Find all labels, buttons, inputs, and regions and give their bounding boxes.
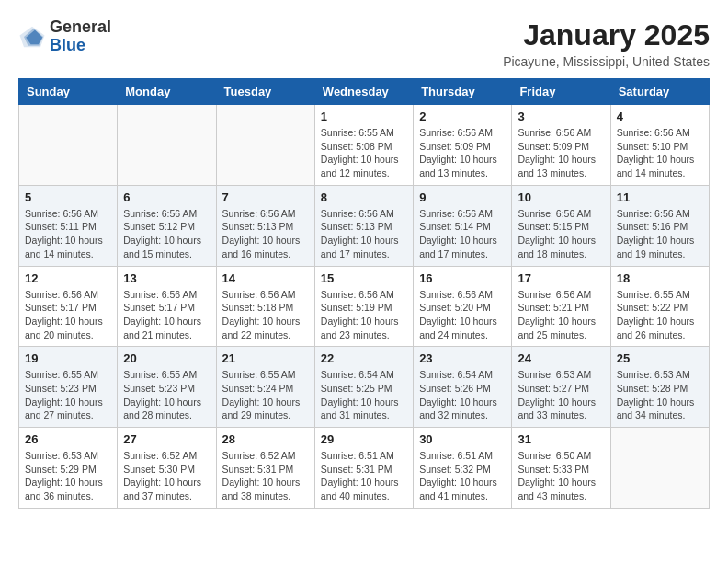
calendar-week-4: 19Sunrise: 6:55 AM Sunset: 5:23 PM Dayli… [19, 347, 710, 428]
day-number: 24 [518, 351, 604, 365]
calendar-cell: 27Sunrise: 6:52 AM Sunset: 5:30 PM Dayli… [118, 428, 216, 509]
day-info: Sunrise: 6:56 AM Sunset: 5:10 PM Dayligh… [617, 126, 703, 180]
day-number: 25 [617, 351, 703, 365]
day-info: Sunrise: 6:55 AM Sunset: 5:23 PM Dayligh… [25, 368, 111, 422]
day-number: 4 [617, 109, 703, 123]
calendar-week-5: 26Sunrise: 6:53 AM Sunset: 5:29 PM Dayli… [19, 428, 710, 509]
calendar-cell: 25Sunrise: 6:53 AM Sunset: 5:28 PM Dayli… [610, 347, 709, 428]
calendar-cell: 1Sunrise: 6:55 AM Sunset: 5:08 PM Daylig… [314, 105, 413, 186]
title-block: January 2025 Picayune, Mississippi, Unit… [503, 18, 710, 69]
col-wednesday: Wednesday [314, 79, 413, 105]
logo-blue: Blue [50, 36, 85, 54]
day-info: Sunrise: 6:56 AM Sunset: 5:11 PM Dayligh… [25, 207, 111, 261]
day-number: 1 [321, 109, 407, 123]
day-info: Sunrise: 6:56 AM Sunset: 5:20 PM Dayligh… [419, 288, 506, 342]
calendar-cell: 20Sunrise: 6:55 AM Sunset: 5:23 PM Dayli… [118, 347, 216, 428]
day-info: Sunrise: 6:50 AM Sunset: 5:33 PM Dayligh… [518, 449, 604, 503]
calendar-cell: 11Sunrise: 6:56 AM Sunset: 5:16 PM Dayli… [610, 185, 709, 266]
calendar-cell [118, 105, 216, 186]
calendar-cell: 3Sunrise: 6:56 AM Sunset: 5:09 PM Daylig… [512, 105, 610, 186]
day-info: Sunrise: 6:52 AM Sunset: 5:30 PM Dayligh… [123, 449, 210, 503]
day-info: Sunrise: 6:55 AM Sunset: 5:22 PM Dayligh… [617, 288, 703, 342]
day-info: Sunrise: 6:56 AM Sunset: 5:13 PM Dayligh… [321, 207, 407, 261]
calendar-cell: 2Sunrise: 6:56 AM Sunset: 5:09 PM Daylig… [414, 105, 512, 186]
day-info: Sunrise: 6:56 AM Sunset: 5:13 PM Dayligh… [222, 207, 309, 261]
day-info: Sunrise: 6:54 AM Sunset: 5:25 PM Dayligh… [321, 368, 407, 422]
day-info: Sunrise: 6:55 AM Sunset: 5:08 PM Dayligh… [321, 126, 407, 180]
day-info: Sunrise: 6:51 AM Sunset: 5:32 PM Dayligh… [419, 449, 506, 503]
calendar-cell: 21Sunrise: 6:55 AM Sunset: 5:24 PM Dayli… [216, 347, 314, 428]
calendar-cell: 12Sunrise: 6:56 AM Sunset: 5:17 PM Dayli… [19, 266, 118, 347]
day-number: 5 [25, 190, 111, 204]
day-info: Sunrise: 6:56 AM Sunset: 5:19 PM Dayligh… [321, 288, 407, 342]
calendar-cell: 28Sunrise: 6:52 AM Sunset: 5:31 PM Dayli… [216, 428, 314, 509]
day-info: Sunrise: 6:52 AM Sunset: 5:31 PM Dayligh… [222, 449, 309, 503]
calendar-week-3: 12Sunrise: 6:56 AM Sunset: 5:17 PM Dayli… [19, 266, 710, 347]
calendar-week-1: 1Sunrise: 6:55 AM Sunset: 5:08 PM Daylig… [19, 105, 710, 186]
calendar-cell [216, 105, 314, 186]
calendar-cell: 7Sunrise: 6:56 AM Sunset: 5:13 PM Daylig… [216, 185, 314, 266]
day-number: 7 [222, 190, 309, 204]
day-number: 12 [25, 271, 111, 285]
day-number: 20 [123, 351, 210, 365]
logo-icon [18, 23, 46, 51]
calendar-cell: 30Sunrise: 6:51 AM Sunset: 5:32 PM Dayli… [414, 428, 512, 509]
col-thursday: Thursday [414, 79, 512, 105]
calendar-cell: 10Sunrise: 6:56 AM Sunset: 5:15 PM Dayli… [512, 185, 610, 266]
day-info: Sunrise: 6:55 AM Sunset: 5:23 PM Dayligh… [123, 368, 210, 422]
logo: General Blue [18, 18, 111, 55]
day-number: 21 [222, 351, 309, 365]
calendar-subtitle: Picayune, Mississippi, United States [503, 54, 710, 69]
day-info: Sunrise: 6:56 AM Sunset: 5:17 PM Dayligh… [25, 288, 111, 342]
day-number: 6 [123, 190, 210, 204]
day-info: Sunrise: 6:54 AM Sunset: 5:26 PM Dayligh… [419, 368, 506, 422]
day-number: 30 [419, 432, 506, 446]
day-number: 17 [518, 271, 604, 285]
day-number: 23 [419, 351, 506, 365]
day-number: 16 [419, 271, 506, 285]
day-info: Sunrise: 6:56 AM Sunset: 5:17 PM Dayligh… [123, 288, 210, 342]
day-info: Sunrise: 6:51 AM Sunset: 5:31 PM Dayligh… [321, 449, 407, 503]
calendar-cell: 9Sunrise: 6:56 AM Sunset: 5:14 PM Daylig… [414, 185, 512, 266]
calendar-cell: 6Sunrise: 6:56 AM Sunset: 5:12 PM Daylig… [118, 185, 216, 266]
calendar-cell: 22Sunrise: 6:54 AM Sunset: 5:25 PM Dayli… [314, 347, 413, 428]
day-info: Sunrise: 6:56 AM Sunset: 5:09 PM Dayligh… [518, 126, 604, 180]
day-number: 28 [222, 432, 309, 446]
logo-general: General [50, 17, 111, 36]
day-info: Sunrise: 6:55 AM Sunset: 5:24 PM Dayligh… [222, 368, 309, 422]
day-number: 18 [617, 271, 703, 285]
calendar-cell: 23Sunrise: 6:54 AM Sunset: 5:26 PM Dayli… [414, 347, 512, 428]
day-info: Sunrise: 6:56 AM Sunset: 5:14 PM Dayligh… [419, 207, 506, 261]
calendar-cell: 29Sunrise: 6:51 AM Sunset: 5:31 PM Dayli… [314, 428, 413, 509]
col-tuesday: Tuesday [216, 79, 314, 105]
day-info: Sunrise: 6:53 AM Sunset: 5:27 PM Dayligh… [518, 368, 604, 422]
day-number: 31 [518, 432, 604, 446]
calendar-cell: 5Sunrise: 6:56 AM Sunset: 5:11 PM Daylig… [19, 185, 118, 266]
calendar-table: Sunday Monday Tuesday Wednesday Thursday… [18, 78, 710, 509]
logo-text: General Blue [50, 18, 111, 55]
day-number: 3 [518, 109, 604, 123]
col-saturday: Saturday [610, 79, 709, 105]
day-info: Sunrise: 6:56 AM Sunset: 5:15 PM Dayligh… [518, 207, 604, 261]
day-info: Sunrise: 6:56 AM Sunset: 5:12 PM Dayligh… [123, 207, 210, 261]
page-header: General Blue January 2025 Picayune, Miss… [18, 18, 710, 69]
calendar-cell: 14Sunrise: 6:56 AM Sunset: 5:18 PM Dayli… [216, 266, 314, 347]
day-number: 29 [321, 432, 407, 446]
calendar-cell: 16Sunrise: 6:56 AM Sunset: 5:20 PM Dayli… [414, 266, 512, 347]
calendar-cell: 4Sunrise: 6:56 AM Sunset: 5:10 PM Daylig… [610, 105, 709, 186]
day-number: 22 [321, 351, 407, 365]
calendar-title: January 2025 [503, 18, 710, 52]
day-number: 11 [617, 190, 703, 204]
day-number: 10 [518, 190, 604, 204]
day-number: 2 [419, 109, 506, 123]
day-number: 9 [419, 190, 506, 204]
calendar-cell: 15Sunrise: 6:56 AM Sunset: 5:19 PM Dayli… [314, 266, 413, 347]
calendar-cell: 19Sunrise: 6:55 AM Sunset: 5:23 PM Dayli… [19, 347, 118, 428]
calendar-cell: 26Sunrise: 6:53 AM Sunset: 5:29 PM Dayli… [19, 428, 118, 509]
calendar-cell: 18Sunrise: 6:55 AM Sunset: 5:22 PM Dayli… [610, 266, 709, 347]
calendar-cell [610, 428, 709, 509]
day-info: Sunrise: 6:56 AM Sunset: 5:09 PM Dayligh… [419, 126, 506, 180]
calendar-cell: 8Sunrise: 6:56 AM Sunset: 5:13 PM Daylig… [314, 185, 413, 266]
calendar-cell: 13Sunrise: 6:56 AM Sunset: 5:17 PM Dayli… [118, 266, 216, 347]
calendar-cell: 17Sunrise: 6:56 AM Sunset: 5:21 PM Dayli… [512, 266, 610, 347]
